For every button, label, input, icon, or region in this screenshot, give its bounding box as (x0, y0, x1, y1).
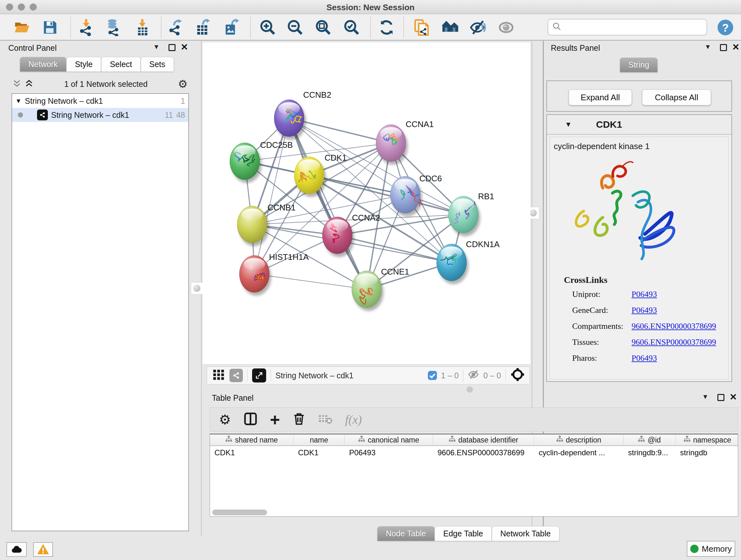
tab-node-table[interactable]: Node Table (377, 526, 434, 541)
table-cell[interactable]: CDK1 (210, 446, 293, 459)
show-columns-icon[interactable] (243, 412, 258, 428)
collapse-panel-icon[interactable]: ▾ (154, 43, 158, 51)
crosslink-value-link[interactable]: 9606.ENSP00000378699 (631, 321, 716, 331)
selected-checkbox-icon[interactable] (427, 370, 438, 381)
column-header-namespace[interactable]: namespace (676, 435, 738, 445)
open-in-new-icon[interactable] (252, 368, 266, 382)
warning-status-button[interactable] (33, 542, 53, 557)
table-cell[interactable]: stringdb (676, 446, 738, 459)
refresh-layout-icon[interactable] (377, 18, 396, 37)
float-panel-icon[interactable] (718, 394, 724, 401)
network-badge-icon[interactable] (229, 369, 243, 382)
node-CDKN1A[interactable]: CDKN1A (436, 240, 500, 284)
table-cell[interactable]: CDK1 (293, 446, 345, 459)
export-image-icon[interactable] (222, 18, 241, 37)
hide-selection-icon[interactable] (469, 18, 487, 37)
show-hidden-icon[interactable] (497, 18, 515, 37)
import-table-icon[interactable] (133, 18, 151, 37)
edge-CCNA2-CDKN1A[interactable] (337, 235, 452, 262)
tree-expander-icon[interactable]: ▼ (15, 98, 22, 105)
column-header-name[interactable]: name (293, 435, 345, 445)
table-cell[interactable]: P06493 (345, 446, 433, 459)
node-RB1[interactable]: RB1 (448, 192, 494, 236)
save-session-icon[interactable] (41, 18, 59, 37)
table-cell[interactable]: cyclin-dependent ... (534, 446, 623, 459)
tab-string[interactable]: String (620, 57, 658, 72)
fit-selected-crosshair-icon[interactable] (510, 367, 525, 384)
table-horizontal-scrollbar[interactable] (212, 509, 267, 515)
node-CCNB1[interactable]: CCNB1 (237, 203, 295, 246)
cloud-status-button[interactable] (6, 542, 27, 557)
network-collection-row[interactable]: ▼ String Network – cdk1 1 (12, 94, 188, 108)
table-row[interactable]: CDK1CDK1P064939606.ENSP00000378699cyclin… (210, 446, 738, 459)
network-options-gear-icon[interactable]: ⚙ (178, 78, 188, 90)
add-column-icon[interactable]: + (270, 413, 280, 426)
column-header-label: @id (648, 436, 661, 444)
hidden-eye-icon[interactable] (468, 368, 480, 382)
import-network-database-icon[interactable] (104, 18, 122, 37)
expand-all-button[interactable]: Expand All (569, 89, 632, 105)
column-header-database-identifier[interactable]: database identifier (433, 435, 534, 445)
expand-all-icon[interactable] (24, 78, 34, 89)
function-builder-icon[interactable]: f(x) (345, 413, 362, 427)
grid-view-icon[interactable] (212, 368, 225, 383)
tab-select[interactable]: Select (101, 57, 140, 71)
crosslink-value-link[interactable]: P06493 (631, 290, 657, 299)
import-network-icon[interactable] (77, 18, 95, 37)
tab-sets[interactable]: Sets (141, 57, 174, 71)
node-CCNA1[interactable]: CCNA1 (376, 119, 434, 165)
duplicate-network-icon[interactable] (412, 18, 431, 37)
hidden-count: 0 – 0 (483, 371, 501, 380)
zoom-fit-icon[interactable] (314, 18, 333, 37)
node-CDK1[interactable]: CDK1 (294, 153, 347, 197)
float-panel-icon[interactable] (720, 44, 727, 51)
gene-header-row[interactable]: ▼ CDK1 (547, 115, 731, 135)
first-neighbors-icon[interactable] (441, 18, 460, 37)
close-panel-icon[interactable]: ✕ (732, 42, 739, 52)
delete-column-icon[interactable] (292, 412, 306, 427)
export-table-icon[interactable] (194, 18, 212, 37)
gene-details: cyclin-dependent kinase 1 (549, 137, 729, 379)
column-header-description[interactable]: description (534, 435, 623, 445)
collapse-panel-icon[interactable]: ▾ (706, 43, 710, 51)
crosslink-value-link[interactable]: P06493 (631, 306, 657, 315)
column-header-canonical-name[interactable]: canonical name (345, 435, 433, 445)
tab-edge-table[interactable]: Edge Table (434, 526, 492, 541)
node-CCNB2[interactable]: CCNB2 (274, 90, 331, 140)
table-cell[interactable]: stringdb:9... (623, 446, 676, 459)
tab-network[interactable]: Network (20, 57, 66, 71)
zoom-in-icon[interactable] (259, 18, 277, 37)
tab-network-table[interactable]: Network Table (492, 526, 559, 541)
left-splitter-handle[interactable] (191, 282, 203, 294)
node-CCNE1[interactable]: CCNE1 (352, 267, 409, 311)
crosslink-value-link[interactable]: 9606.ENSP00000378699 (631, 337, 716, 347)
column-header-id[interactable]: @id (623, 435, 676, 445)
zoom-selected-icon[interactable] (342, 18, 361, 37)
search-input[interactable] (564, 23, 701, 32)
node-HIST1H1A[interactable]: HIST1H1A (239, 252, 309, 296)
close-panel-icon[interactable]: ✕ (181, 42, 188, 52)
close-panel-icon[interactable]: ✕ (730, 392, 737, 402)
network-row[interactable]: String Network – cdk1 11 48 (12, 108, 188, 122)
main-toolbar: ? (0, 14, 741, 41)
collapse-panel-icon[interactable]: ▾ (703, 393, 707, 400)
node-CDC6[interactable]: CDC6 (390, 174, 442, 216)
help-icon[interactable]: ? (716, 18, 735, 37)
column-header-shared-name[interactable]: shared name (210, 435, 293, 445)
tab-style[interactable]: Style (66, 57, 102, 71)
float-panel-icon[interactable] (169, 44, 176, 51)
table-cell[interactable]: 9606.ENSP00000378699 (433, 446, 534, 459)
table-options-gear-icon[interactable]: ⚙ (219, 412, 231, 428)
zoom-out-icon[interactable] (286, 18, 305, 37)
collapse-all-icon[interactable] (12, 78, 22, 89)
network-canvas[interactable]: CCNB2CCNA1CDC25BCDK1CDC6RB1CCNB1CCNA2CDK… (203, 43, 530, 364)
open-session-icon[interactable] (13, 18, 31, 37)
memory-button[interactable]: Memory (687, 541, 735, 557)
collapse-all-button[interactable]: Collapse All (642, 89, 711, 105)
crosslink-value-link[interactable]: P06493 (631, 354, 657, 363)
delete-table-icon[interactable] (318, 412, 333, 428)
collapse-entry-icon[interactable]: ▼ (565, 120, 572, 129)
export-network-icon[interactable] (166, 18, 185, 37)
node-CDC25B[interactable]: CDC25B (230, 140, 293, 183)
node-table[interactable]: shared namenamecanonical namedatabase id… (210, 434, 738, 516)
